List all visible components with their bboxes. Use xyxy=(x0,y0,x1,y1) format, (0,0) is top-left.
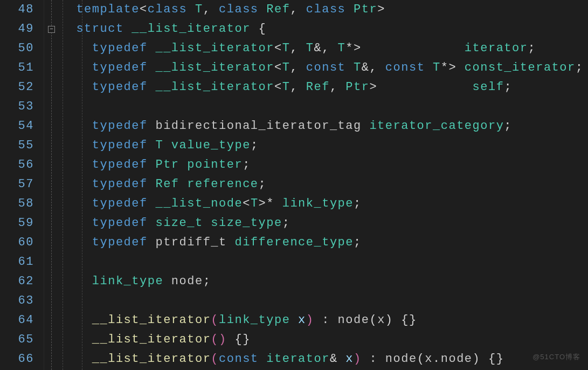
line-number: 64 xyxy=(0,311,34,330)
token-plain: ptrdiff_t xyxy=(155,236,234,249)
token-plain xyxy=(290,313,298,327)
token-kw: typedef xyxy=(92,177,148,191)
token-punct: { xyxy=(259,22,267,36)
token-plain xyxy=(211,3,219,16)
token-type: T xyxy=(306,42,314,55)
token-kw: const xyxy=(219,352,259,366)
line-number: 56 xyxy=(0,155,34,175)
fold-toggle-icon[interactable]: − xyxy=(48,26,55,33)
token-type: T xyxy=(282,80,290,94)
token-punct: < xyxy=(274,80,282,94)
line-number: 50 xyxy=(0,39,34,58)
line-number: 51 xyxy=(0,58,34,78)
token-plain xyxy=(298,80,306,94)
token-punct: {} xyxy=(401,313,417,327)
line-number: 48 xyxy=(0,0,34,19)
code-line: struct __list_iterator { xyxy=(60,19,588,39)
token-plain xyxy=(187,3,195,16)
token-punct: < xyxy=(243,197,251,210)
token-punct: ; xyxy=(282,216,290,230)
line-number: 58 xyxy=(0,194,34,214)
token-type: T xyxy=(338,42,346,55)
token-punct: > xyxy=(369,80,377,94)
token-type: __list_iterator xyxy=(155,61,274,74)
token-plain xyxy=(148,80,156,94)
token-plain xyxy=(148,61,156,74)
token-punct: ; xyxy=(259,177,267,191)
token-plain: x xyxy=(377,313,385,327)
token-kw: class xyxy=(306,3,346,16)
token-plain: : xyxy=(362,352,385,366)
token-kw: typedef xyxy=(92,197,148,210)
token-type: Ref xyxy=(266,3,290,16)
code-line: __list_iterator() {} xyxy=(60,330,588,350)
token-type: size_type xyxy=(211,216,282,230)
token-type: T xyxy=(155,139,163,152)
token-plain: : xyxy=(314,313,338,327)
line-number: 66 xyxy=(0,350,34,369)
line-number: 62 xyxy=(0,272,34,291)
token-punct: *> xyxy=(345,42,361,55)
fold-guide-line xyxy=(51,0,52,370)
token-kw: class xyxy=(219,3,259,16)
token-plain xyxy=(203,216,211,230)
token-type: T xyxy=(282,61,290,74)
line-number: 59 xyxy=(0,214,34,233)
token-plain xyxy=(251,22,259,36)
token-kw: typedef xyxy=(92,80,148,94)
token-type: link_type xyxy=(92,275,163,288)
token-punct: ( xyxy=(369,313,377,327)
token-type: size_t xyxy=(155,216,203,230)
token-pink: ( xyxy=(211,313,219,327)
token-plain xyxy=(456,61,465,74)
fold-column: − xyxy=(44,0,59,370)
token-type: difference_type xyxy=(234,236,354,249)
code-area[interactable]: template<class T, class Ref, class Ptr> … xyxy=(59,0,588,370)
token-type: iterator_category xyxy=(369,119,504,133)
line-number: 63 xyxy=(0,291,34,311)
code-line: typedef size_t size_type; xyxy=(60,214,588,233)
token-punct: ; xyxy=(576,61,584,74)
token-type: Ref xyxy=(155,177,179,191)
token-punct: {} xyxy=(488,352,504,366)
token-type: T xyxy=(195,3,203,16)
token-kw: typedef xyxy=(92,61,148,74)
token-plain xyxy=(377,61,385,74)
line-number: 60 xyxy=(0,233,34,252)
token-var: x xyxy=(345,352,354,366)
code-line: link_type node; xyxy=(60,272,588,291)
code-line: typedef Ref reference; xyxy=(60,175,588,194)
token-plain xyxy=(148,139,156,152)
token-type: T xyxy=(251,197,259,210)
watermark-label: @51CTO博客 xyxy=(532,347,580,367)
token-kw: typedef xyxy=(92,119,148,133)
code-line xyxy=(60,291,588,311)
token-plain xyxy=(298,42,306,55)
token-plain xyxy=(163,139,171,152)
token-type: iterator xyxy=(465,42,528,55)
line-number: 55 xyxy=(0,136,34,155)
token-punct: , xyxy=(290,61,298,74)
token-plain xyxy=(480,352,488,366)
code-line: typedef __list_iterator<T, T&, T*> itera… xyxy=(60,39,588,58)
token-kw: class xyxy=(148,3,188,16)
code-editor: 48495051525354555657585960616263646566 −… xyxy=(0,0,588,370)
token-punct: . xyxy=(433,352,441,366)
token-punct: ( xyxy=(417,352,425,366)
token-plain xyxy=(148,119,156,133)
code-line: typedef T value_type; xyxy=(60,136,588,155)
token-punct: < xyxy=(274,61,282,74)
token-plain xyxy=(124,22,132,36)
token-punct: ; xyxy=(203,275,211,288)
token-plain xyxy=(148,236,156,249)
token-punct: , xyxy=(203,3,211,16)
line-number: 53 xyxy=(0,97,34,117)
token-func: __list_iterator xyxy=(92,313,211,327)
token-kw: const xyxy=(306,61,346,74)
token-punct: {} xyxy=(234,333,250,346)
token-plain: bidirectional_iterator_tag xyxy=(155,119,369,133)
token-punct: &, xyxy=(314,42,330,55)
token-plain xyxy=(362,42,465,55)
token-type: const_iterator xyxy=(465,61,576,74)
token-plain xyxy=(393,313,402,327)
